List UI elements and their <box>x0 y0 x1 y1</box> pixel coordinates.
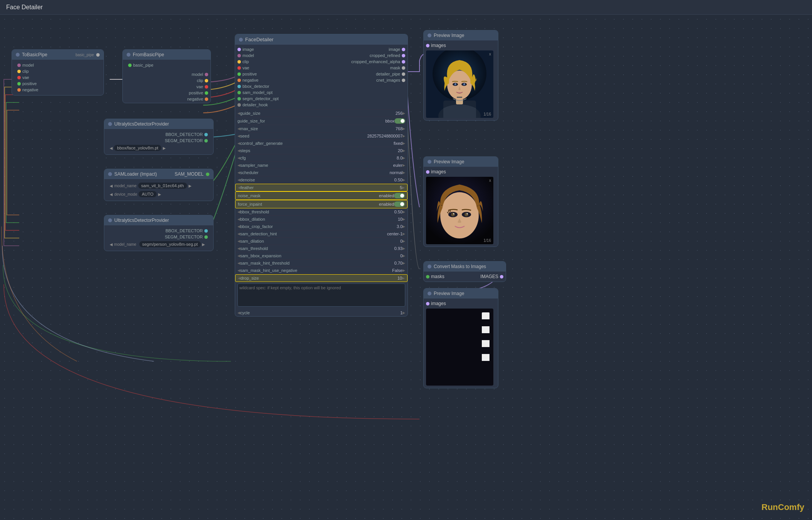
force-inpaint-toggle[interactable] <box>394 201 405 207</box>
steps-left[interactable]: ◀ <box>237 149 240 153</box>
sam-dil-right[interactable]: ▶ <box>403 239 405 243</box>
cfg-value: 8.0 <box>379 156 403 160</box>
sam-arrow-right[interactable]: ▶ <box>189 184 192 188</box>
feather-left[interactable]: ◀ <box>238 186 241 190</box>
fd-hook-port[interactable] <box>237 103 241 107</box>
basic-pipe-in-port[interactable] <box>128 64 132 67</box>
sam-dev-arrow-right[interactable]: ▶ <box>158 192 161 196</box>
sam-mht-right[interactable]: ▶ <box>403 261 405 265</box>
convert-masks-title: Convert Masks to Images <box>434 264 486 269</box>
preview-3-images-port[interactable] <box>426 302 429 305</box>
denoise-left[interactable]: ◀ <box>237 178 240 182</box>
positive-out-port[interactable] <box>205 91 208 95</box>
bbox-thresh-right[interactable]: ▶ <box>403 210 405 214</box>
fd-negative-port[interactable] <box>237 79 241 82</box>
u2-arrow-left[interactable]: ◀ <box>110 242 113 247</box>
max-size-label: max_size <box>240 126 379 131</box>
fd-image-out-port[interactable] <box>402 48 405 51</box>
negative-out-port[interactable] <box>205 97 208 101</box>
segm-out-port[interactable] <box>204 139 208 143</box>
clip-out-port[interactable] <box>205 79 208 82</box>
preview-2-close[interactable]: x <box>489 178 491 183</box>
sam-thresh-left[interactable]: ◀ <box>237 247 240 250</box>
fd-clip-port[interactable] <box>237 60 241 64</box>
positive-port[interactable] <box>17 82 21 86</box>
bbox-dil-right[interactable]: ▶ <box>403 217 405 221</box>
sam-dil-left[interactable]: ◀ <box>237 239 240 243</box>
model-out-port[interactable] <box>205 73 208 76</box>
basic-pipe-out-port[interactable] <box>96 53 100 57</box>
fd-mask-port[interactable] <box>402 66 405 70</box>
bbox-crop-right[interactable]: ▶ <box>403 225 405 228</box>
fd-cnet-port[interactable] <box>402 79 405 82</box>
guide-size-left-arrow[interactable]: ◀ <box>237 111 240 115</box>
scheduler-right[interactable]: ▶ <box>403 171 405 174</box>
sam-mhn-left[interactable]: ◀ <box>237 268 240 272</box>
fd-model-port[interactable] <box>237 54 241 57</box>
control-right[interactable]: ▶ <box>403 141 405 145</box>
control-left[interactable]: ◀ <box>237 141 240 145</box>
canvas-area[interactable]: ToBasicPipe basic_pipe model clip vae po… <box>0 15 812 520</box>
bbox-thresh-left[interactable]: ◀ <box>237 210 240 214</box>
max-size-left[interactable]: ◀ <box>237 127 240 131</box>
fd-vae-port[interactable] <box>237 66 241 70</box>
fd-cropped-refined-out: cropped_refined <box>321 52 408 59</box>
sam-thresh-right[interactable]: ▶ <box>403 247 405 250</box>
bbox-out-port[interactable] <box>204 133 208 136</box>
sam-arrow-left[interactable]: ◀ <box>110 184 113 188</box>
preview-2-images-port[interactable] <box>426 170 429 174</box>
portrait-svg-1 <box>426 50 493 118</box>
wildcard-textarea[interactable] <box>237 283 405 307</box>
denoise-right[interactable]: ▶ <box>403 178 405 182</box>
cycle-left[interactable]: ◀ <box>237 311 240 315</box>
max-size-right[interactable]: ▶ <box>403 127 405 131</box>
images-out-port[interactable] <box>500 275 503 278</box>
fd-detailer-pipe-port[interactable] <box>402 72 405 76</box>
seed-left[interactable]: ◀ <box>237 134 240 138</box>
u2-arrow-right[interactable]: ▶ <box>202 242 205 247</box>
fd-segm-port[interactable] <box>237 97 241 101</box>
sam-hint-left[interactable]: ◀ <box>237 232 240 236</box>
bbox-crop-left[interactable]: ◀ <box>237 225 240 228</box>
steps-right[interactable]: ▶ <box>403 149 405 153</box>
u1-arrow-right[interactable]: ▶ <box>163 146 166 150</box>
cycle-right[interactable]: ▶ <box>403 311 405 315</box>
fd-positive-port[interactable] <box>237 72 241 76</box>
vae-out-port[interactable] <box>205 85 208 89</box>
sampler-left[interactable]: ◀ <box>237 163 240 167</box>
sam-bbox-exp-left[interactable]: ◀ <box>237 254 240 258</box>
noise-mask-toggle[interactable] <box>394 193 405 198</box>
fd-cropped-enhanced-port[interactable] <box>402 60 405 64</box>
u1-arrow-left[interactable]: ◀ <box>110 146 113 150</box>
u2-bbox-port[interactable] <box>204 229 208 233</box>
seed-right[interactable]: ▶ <box>403 134 405 138</box>
sam-out-port[interactable] <box>206 173 209 176</box>
feather-right[interactable]: ▶ <box>402 186 405 190</box>
masks-in-port[interactable] <box>426 275 429 278</box>
u2-segm-port[interactable] <box>204 235 208 239</box>
sam-hint-right[interactable]: ▶ <box>403 232 405 236</box>
fd-sam-port[interactable] <box>237 91 241 94</box>
model-port[interactable] <box>17 64 21 67</box>
fd-cropped-refined-port[interactable] <box>402 54 405 57</box>
fd-image-port[interactable] <box>237 48 241 51</box>
negative-port[interactable] <box>17 88 21 92</box>
sam-mht-left[interactable]: ◀ <box>237 261 240 265</box>
sam-mhn-right[interactable]: ▶ <box>403 268 405 272</box>
drop-size-left[interactable]: ◀ <box>238 276 241 280</box>
clip-port[interactable] <box>17 70 21 73</box>
cfg-right[interactable]: ▶ <box>403 156 405 160</box>
vae-port[interactable] <box>17 76 21 79</box>
guide-size-for-toggle[interactable] <box>394 118 405 124</box>
cfg-left[interactable]: ◀ <box>237 156 240 160</box>
sampler-right[interactable]: ▶ <box>403 163 405 167</box>
scheduler-left[interactable]: ◀ <box>237 171 240 174</box>
fd-bbox-port[interactable] <box>237 85 241 88</box>
sam-bbox-exp-right[interactable]: ▶ <box>403 254 405 258</box>
guide-size-right-arrow[interactable]: ▶ <box>403 111 405 115</box>
preview-1-close[interactable]: x <box>489 52 491 56</box>
drop-size-right[interactable]: ▶ <box>402 276 405 280</box>
bbox-dil-left[interactable]: ◀ <box>237 217 240 221</box>
preview-1-images-port[interactable] <box>426 44 429 47</box>
sam-dev-arrow-left[interactable]: ◀ <box>110 192 113 196</box>
